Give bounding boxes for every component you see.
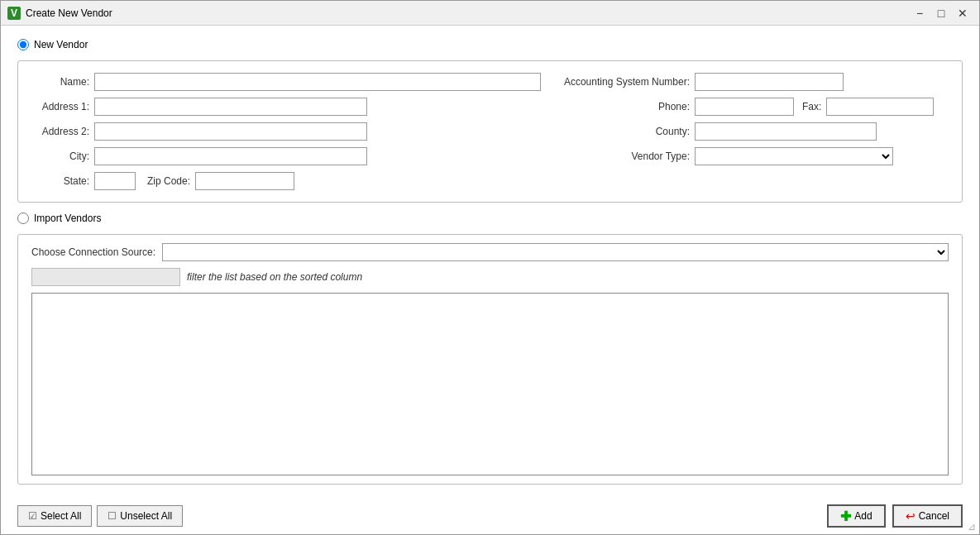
phone-input[interactable] (695, 98, 794, 116)
address2-label: Address 2: (31, 126, 89, 137)
bottom-center-buttons: ✚ Add ↩ Cancel (827, 504, 963, 528)
add-label: Add (854, 510, 872, 522)
select-all-label: Select All (41, 510, 81, 522)
name-row: Name: (31, 73, 541, 91)
cancel-label: Cancel (919, 510, 949, 522)
county-input[interactable] (695, 122, 877, 141)
filter-hint: filter the list based on the sorted colu… (187, 271, 362, 283)
address1-row: Address 1: (31, 98, 541, 116)
vendor-type-select[interactable] (695, 147, 893, 165)
import-vendors-radio[interactable] (17, 213, 29, 224)
import-vendors-radio-section: Import Vendors (17, 213, 963, 224)
new-vendor-radio-label[interactable]: New Vendor (17, 39, 88, 50)
state-zip-row: State: Zip Code: (31, 172, 541, 190)
close-button[interactable]: ✕ (953, 5, 973, 21)
fax-input[interactable] (826, 98, 934, 116)
import-vendors-label: Import Vendors (34, 213, 101, 224)
maximize-button[interactable]: □ (931, 5, 951, 21)
app-icon: V (7, 7, 21, 20)
select-all-button[interactable]: ☑ Select All (17, 505, 92, 527)
filter-row: filter the list based on the sorted colu… (31, 268, 949, 286)
select-all-icon: ☑ (28, 510, 37, 522)
connection-row: Choose Connection Source: (31, 243, 949, 261)
accounting-row: Accounting System Number: (557, 73, 949, 91)
cancel-icon: ↩ (906, 509, 915, 523)
resize-handle[interactable]: ⊿ (968, 521, 976, 533)
unselect-all-label: Unselect All (120, 510, 172, 522)
connection-label: Choose Connection Source: (31, 246, 155, 258)
new-vendor-radio[interactable] (17, 39, 29, 50)
name-label: Name: (31, 76, 89, 88)
minimize-button[interactable]: − (910, 5, 930, 21)
county-label: County: (557, 126, 690, 137)
import-vendors-radio-label[interactable]: Import Vendors (17, 213, 101, 224)
cancel-button[interactable]: ↩ Cancel (892, 504, 963, 528)
city-label: City: (31, 150, 89, 162)
county-row: County: (557, 122, 949, 141)
accounting-label: Accounting System Number: (557, 76, 690, 88)
title-bar: V Create New Vendor − □ ✕ (1, 1, 979, 26)
unselect-all-icon: ☐ (108, 510, 117, 522)
new-vendor-radio-section: New Vendor (17, 39, 963, 50)
form-grid: Name: Address 1: Address 2: City: (31, 73, 949, 190)
vendor-list-box[interactable] (31, 293, 949, 475)
fax-label: Fax: (802, 101, 821, 112)
title-bar-left: V Create New Vendor (7, 7, 112, 20)
phone-label: Phone: (557, 101, 690, 112)
new-vendor-panel: Name: Address 1: Address 2: City: (17, 60, 963, 203)
accounting-input[interactable] (695, 73, 844, 91)
vendor-type-row: Vendor Type: (557, 147, 949, 165)
address2-row: Address 2: (31, 122, 541, 141)
connection-select[interactable] (162, 243, 949, 261)
vendor-type-label: Vendor Type: (557, 150, 690, 162)
address1-label: Address 1: (31, 101, 89, 112)
form-right: Accounting System Number: Phone: Fax: Co… (557, 73, 949, 190)
new-vendor-label: New Vendor (34, 39, 88, 50)
city-input[interactable] (94, 147, 367, 165)
name-input[interactable] (94, 73, 541, 91)
filter-input[interactable] (31, 268, 180, 286)
bottom-bar: ☑ Select All ☐ Unselect All ✚ Add ↩ Canc… (1, 498, 979, 534)
unselect-all-button[interactable]: ☐ Unselect All (97, 505, 183, 527)
import-panel: Choose Connection Source: filter the lis… (17, 234, 963, 485)
main-window: V Create New Vendor − □ ✕ New Vendor N (0, 0, 980, 535)
window-controls: − □ ✕ (910, 5, 973, 21)
state-input[interactable] (94, 172, 136, 190)
window-title: Create New Vendor (26, 7, 112, 19)
zip-label: Zip Code: (141, 175, 190, 187)
form-left: Name: Address 1: Address 2: City: (31, 73, 541, 190)
zip-input[interactable] (195, 172, 294, 190)
phone-fax-row: Phone: Fax: (557, 98, 949, 116)
main-content: New Vendor Name: Address 1: Address (1, 26, 979, 498)
add-icon: ✚ (840, 509, 851, 524)
address2-input[interactable] (94, 122, 367, 141)
state-label: State: (31, 175, 89, 187)
address1-input[interactable] (94, 98, 367, 116)
bottom-left-buttons: ☑ Select All ☐ Unselect All (17, 505, 183, 527)
add-button[interactable]: ✚ Add (827, 504, 885, 528)
city-row: City: (31, 147, 541, 165)
